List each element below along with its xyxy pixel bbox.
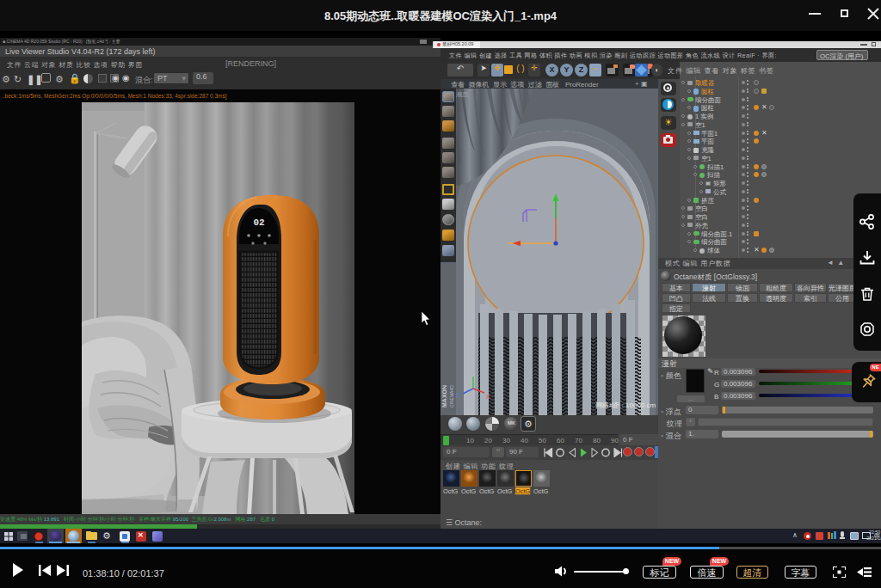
svg-text:Z: Z bbox=[456, 392, 460, 398]
svg-text:MAXON: MAXON bbox=[441, 385, 447, 407]
svg-text:网格#距 : 10000 cm: 网格#距 : 10000 cm bbox=[595, 401, 656, 409]
svg-text:X: X bbox=[486, 394, 490, 400]
svg-text:CINEMA4D: CINEMA4D bbox=[449, 385, 454, 407]
